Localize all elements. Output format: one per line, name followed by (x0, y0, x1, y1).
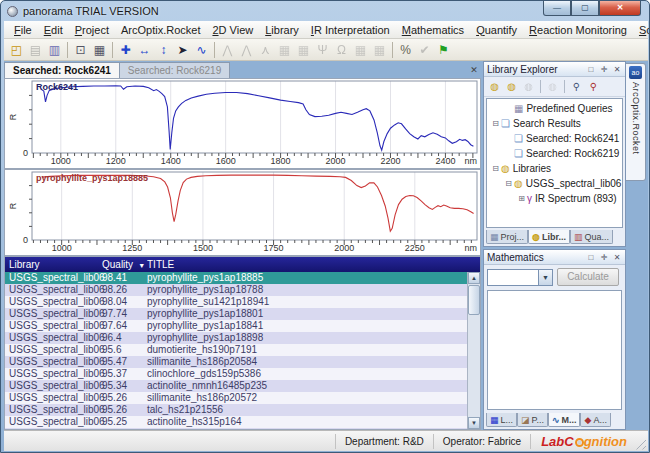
add-library-icon[interactable]: ◍ (504, 79, 519, 94)
spectrum-chart-pyrophyllite[interactable]: 100012501500175020002250nm0Rpyrophyllite… (4, 169, 481, 256)
save-all-icon[interactable]: ▥ (45, 41, 64, 59)
tab-searched-rock6219[interactable]: Searched: Rock6219 (120, 62, 230, 78)
settings-icon[interactable]: % (396, 41, 415, 59)
table-row[interactable]: USGS_spectral_lib0696.4pyrophyllite_pys1… (5, 332, 467, 344)
pin-panel-icon[interactable]: ✛ (599, 65, 609, 74)
menu-arcoptix-rocket[interactable]: ArcOptix.Rocket (115, 23, 206, 37)
close-panel-icon[interactable]: ✕ (612, 65, 622, 74)
maximize-panel-icon[interactable]: □ (586, 253, 596, 262)
table-row[interactable]: USGS_spectral_lib0695.37clinochlore_gds1… (5, 368, 467, 380)
minimize-button[interactable]: — (543, 1, 571, 16)
menu-project[interactable]: Project (69, 23, 115, 37)
menu-mathematics[interactable]: Mathematics (396, 23, 470, 37)
tree-item-usgs-spectral-lib06[interactable]: ⊟◍USGS_spectral_lib06 (487, 176, 622, 191)
column-header-quality[interactable]: Quality▼ (102, 257, 147, 273)
calculate-button[interactable]: Calculate (557, 268, 619, 286)
table-row[interactable]: USGS_spectral_lib0698.41pyrophyllite_pys… (5, 272, 467, 284)
library-icon[interactable]: ◍ (487, 79, 502, 94)
table-row[interactable]: USGS_spectral_lib0697.64pyrophyllite_pys… (5, 320, 467, 332)
table-row[interactable]: USGS_spectral_lib0695.47sillimanite_hs18… (5, 356, 467, 368)
mathematics-header[interactable]: Mathematics □✛✕ (484, 250, 625, 265)
table-row[interactable]: USGS_spectral_lib0695.6dumotierite_hs190… (5, 344, 467, 356)
tree-expander-icon[interactable]: ⊞ (517, 194, 526, 203)
print-preview-icon[interactable]: ⊡ (71, 41, 90, 59)
print-icon[interactable]: ▦ (90, 41, 109, 59)
table-scrollbar[interactable]: ▲ ▼ (467, 272, 480, 429)
table-row[interactable]: USGS_spectral_lib0695.21actinolite_hs... (5, 428, 467, 429)
maximize-button[interactable]: ▢ (571, 1, 599, 16)
library-disabled-icon: ◍ (545, 79, 560, 94)
panel-2-icon: ▦ (294, 41, 313, 59)
svg-text:1200: 1200 (106, 156, 126, 166)
scroll-down-icon[interactable]: ▼ (468, 417, 480, 429)
document-area: Searched: Rock6241Searched: Rock6219✕ 10… (4, 61, 481, 430)
tab-arcoptix-rocket[interactable]: ao ArcOptix.Rocket (626, 63, 646, 181)
tree-expander-icon[interactable]: ⊟ (491, 119, 500, 128)
search-advanced-icon[interactable]: ⚲ (586, 79, 601, 94)
maximize-panel-icon[interactable]: □ (586, 65, 596, 74)
table-row[interactable]: USGS_spectral_lib0695.25actinolite_hs315… (5, 416, 467, 428)
select-cursor-icon[interactable]: ➤ (173, 41, 192, 59)
headset-icon: Ω (332, 41, 351, 59)
table-row[interactable]: USGS_spectral_lib0698.04pyrophyllite_su1… (5, 296, 467, 308)
resize-grip[interactable] (633, 437, 646, 450)
panel-tab-m[interactable]: ∿M... (548, 413, 581, 427)
scrollbar-thumb[interactable] (468, 285, 480, 315)
menu-file[interactable]: File (8, 23, 38, 37)
close-panel-icon[interactable]: ✕ (612, 253, 622, 262)
fit-view-icon[interactable]: ✚ (116, 41, 135, 59)
menu-reaction-monitoring[interactable]: Reaction Monitoring (523, 23, 633, 37)
scroll-up-icon[interactable]: ▲ (468, 272, 480, 284)
math-function-select[interactable]: ▼ (487, 269, 553, 286)
expand-vertical-icon[interactable]: ↕ (154, 41, 173, 59)
panel-tab-l[interactable]: ▦L... (486, 413, 517, 427)
toolbar-separator (392, 42, 393, 58)
search-library-icon[interactable]: ⚲ (569, 79, 584, 94)
flag-icon[interactable]: ⚑ (434, 41, 453, 59)
tree-item-search-results[interactable]: ⊟❏Search Results (487, 116, 622, 131)
tree-expander-icon[interactable]: ⊟ (504, 179, 513, 188)
spectrum-chart-rock6241[interactable]: 10001200140016001800200022002400nm0RRock… (4, 78, 481, 169)
svg-text:0: 0 (23, 148, 28, 158)
table-row[interactable]: USGS_spectral_lib0695.26sillimanite_hs18… (5, 392, 467, 404)
column-header-library[interactable]: Library (9, 257, 102, 273)
tree-item-searched-rock6219[interactable]: ❏Searched: Rock6219 (487, 146, 622, 161)
expand-horizontal-icon[interactable]: ↔ (135, 41, 154, 59)
pin-panel-icon[interactable]: ✛ (599, 253, 609, 262)
menu-2d-view[interactable]: 2D View (206, 23, 259, 37)
tab-searched-rock6241[interactable]: Searched: Rock6241 (4, 62, 120, 78)
tree-node-icon: γ (527, 193, 532, 204)
menu-library[interactable]: Library (259, 23, 305, 37)
tree-item-predefined-queries[interactable]: ▦Predefined Queries (487, 101, 622, 116)
tree-item-libraries[interactable]: ⊟◍Libraries (487, 161, 622, 176)
tab-close-icon[interactable]: ✕ (467, 63, 481, 78)
panel-tab-libr[interactable]: ◍Libr... (528, 230, 570, 244)
panel-tab-proj[interactable]: ▦Proj... (486, 230, 528, 244)
table-row[interactable]: USGS_spectral_lib0697.74pyrophyllite_pys… (5, 308, 467, 320)
panel-tab-qua[interactable]: ▥Qua... (570, 230, 613, 244)
table-row[interactable]: USGS_spectral_lib0698.26pyrophyllite_pys… (5, 284, 467, 296)
library-explorer-header[interactable]: Library Explorer □✛✕ (484, 62, 625, 77)
menu-scripting[interactable]: Scripting (633, 23, 650, 37)
combo-dropdown-icon[interactable]: ▼ (538, 270, 552, 285)
panel-tab-p[interactable]: ◪P... (517, 413, 548, 427)
panel-tab-icon: ▦ (490, 415, 499, 425)
reprocess-icon[interactable]: ∿ (192, 41, 211, 59)
table-row[interactable]: USGS_spectral_lib0695.34actinolite_nmnh1… (5, 380, 467, 392)
open-file-icon[interactable]: ◰ (7, 41, 26, 59)
svg-text:R: R (8, 202, 18, 209)
menu-edit[interactable]: Edit (38, 23, 69, 37)
panel-tab-a[interactable]: ◆A... (580, 413, 610, 427)
column-header-title[interactable]: TITLE (147, 257, 480, 273)
menu-quantify[interactable]: Quantify (470, 23, 523, 37)
tree-item-ir-spectrum-893-[interactable]: ⊞γIR Spectrum (893) (487, 191, 622, 206)
tree-node-icon: ▦ (514, 103, 523, 114)
math-result-list[interactable] (487, 290, 622, 410)
tree-item-searched-rock6241[interactable]: ❏Searched: Rock6241 (487, 131, 622, 146)
panel-3-icon: ▦ (351, 41, 370, 59)
status-bar: Department: R&D Operator: Fabrice LabC g… (4, 430, 648, 451)
close-button[interactable]: ✕ (599, 1, 641, 16)
menu-ir-interpretation[interactable]: IR Interpretation (305, 23, 396, 37)
table-row[interactable]: USGS_spectral_lib0695.26talc_hs21p21556 (5, 404, 467, 416)
tree-expander-icon[interactable]: ⊟ (491, 164, 500, 173)
